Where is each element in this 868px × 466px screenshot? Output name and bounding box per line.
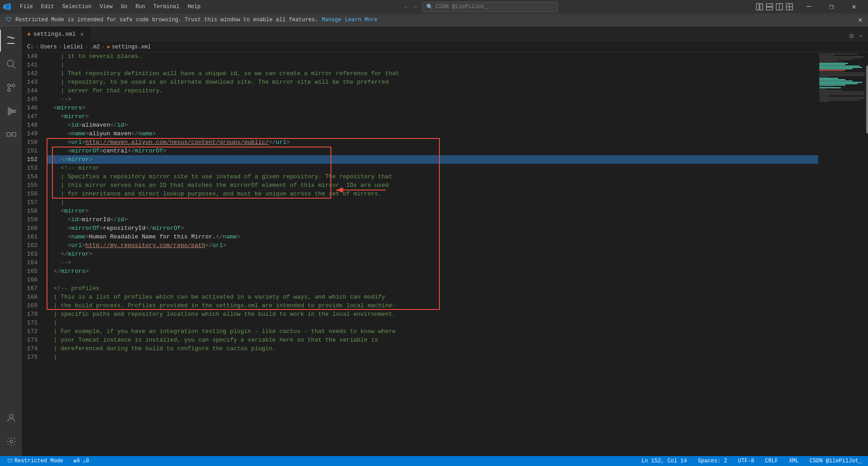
split-editor-icon[interactable]: ⧉ — [848, 31, 855, 42]
line-number-174: 174 — [25, 344, 43, 353]
layout-icon-1[interactable] — [756, 3, 763, 10]
menu-help[interactable]: Help — [184, 3, 204, 11]
svg-point-13 — [8, 89, 10, 91]
activity-account[interactable] — [0, 407, 22, 429]
activity-explorer[interactable] — [0, 30, 22, 52]
line-number-156: 156 — [25, 190, 43, 198]
restricted-mode-status-btn[interactable]: 🛡 Restricted Mode — [4, 456, 67, 466]
svg-point-20 — [10, 440, 13, 443]
csdn-text: CSDN @ilePilJot_ — [810, 458, 862, 464]
line-number-145: 145 — [25, 95, 43, 104]
tab-bar: ◈ settings.xml ✕ ⧉ ⋯ — [22, 26, 868, 42]
manage-link[interactable]: Manage — [322, 17, 341, 23]
line-number-158: 158 — [25, 207, 43, 215]
menu-file[interactable]: File — [16, 3, 37, 11]
activity-bottom — [0, 407, 22, 456]
code-line-142: | That repository definition will have a… — [47, 69, 818, 78]
line-number-172: 172 — [25, 327, 43, 336]
line-number-165: 165 — [25, 267, 43, 276]
svg-rect-3 — [766, 7, 773, 10]
tab-settings-xml[interactable]: ◈ settings.xml ✕ — [22, 26, 91, 42]
activity-extensions[interactable] — [0, 124, 22, 146]
code-line-172: | For example, if you have an integratio… — [47, 327, 818, 336]
csdn-label: CSDN @ilePilJot_ — [807, 456, 864, 466]
main-layout: ◈ settings.xml ✕ ⧉ ⋯ C: › Users › Leilei… — [0, 26, 868, 456]
line-ending-item[interactable]: CRLF — [762, 456, 781, 466]
code-line-164: --> — [47, 258, 818, 267]
activity-run[interactable] — [0, 100, 22, 122]
restricted-mode-label: Restricted Mode — [14, 458, 63, 464]
code-line-166 — [47, 276, 818, 284]
code-line-171: | — [47, 319, 818, 327]
line-number-154: 154 — [25, 172, 43, 181]
menu-view[interactable]: View — [96, 3, 116, 11]
code-line-154: | Specifies a repository mirror site to … — [47, 172, 818, 181]
breadcrumb-item-c[interactable]: C: — [27, 44, 33, 50]
code-line-148: <id>alimaven</id> — [47, 121, 818, 129]
activity-bar — [0, 26, 22, 456]
svg-rect-17 — [12, 133, 16, 136]
tab-close-button[interactable]: ✕ — [78, 30, 85, 38]
layout-icon-3[interactable] — [776, 3, 783, 10]
line-number-140: 140 — [25, 52, 43, 61]
minimize-button[interactable]: ─ — [798, 0, 819, 14]
search-box[interactable]: 🔍 CSDN @ilePilJot_ — [422, 2, 558, 12]
search-icon: 🔍 — [426, 4, 433, 10]
breadcrumb-item-users[interactable]: Users — [41, 44, 57, 50]
line-ending-label: CRLF — [765, 458, 778, 464]
code-line-170: | specific paths and repository location… — [47, 310, 818, 319]
code-line-160: <mirrorOf>repositoryId</mirrorOf> — [47, 224, 818, 233]
close-button[interactable]: ✕ — [844, 0, 864, 14]
warning-number: 0 — [86, 458, 89, 464]
code-line-159: <id>mirrorId</id> — [47, 215, 818, 224]
nav-forward-btn[interactable]: → — [411, 2, 419, 12]
svg-line-10 — [13, 66, 15, 68]
activity-settings[interactable] — [0, 431, 22, 452]
line-number-171: 171 — [25, 319, 43, 327]
breadcrumb-item-m2[interactable]: .m2 — [90, 44, 100, 50]
restore-button[interactable]: ❐ — [821, 0, 842, 14]
layout-icon-2[interactable] — [766, 3, 773, 10]
breadcrumb: C: › Users › Leilei › .m2 › ◈ settings.x… — [22, 42, 868, 52]
line-number-147: 147 — [25, 112, 43, 121]
line-number-170: 170 — [25, 310, 43, 319]
code-line-144: | server for that repository. — [47, 86, 818, 95]
learn-more-link[interactable]: Learn More — [345, 17, 377, 23]
line-number-167: 167 — [25, 284, 43, 293]
svg-point-9 — [7, 60, 14, 67]
svg-marker-14 — [8, 107, 14, 115]
layout-icon-4[interactable] — [786, 3, 793, 10]
code-line-155: | this mirror serves has an ID that matc… — [47, 181, 818, 190]
title-bar-left: File Edit Selection View Go Run Terminal… — [4, 3, 204, 11]
banner-close-button[interactable]: ✕ — [858, 15, 863, 24]
activity-source-control[interactable] — [0, 77, 22, 99]
menu-selection[interactable]: Selection — [59, 3, 95, 11]
encoding-item[interactable]: UTF-8 — [735, 456, 757, 466]
line-number-166: 166 — [25, 276, 43, 284]
cursor-position[interactable]: Ln 152, Col 14 — [639, 456, 690, 466]
code-area[interactable]: | it to several places. | | That reposit… — [47, 52, 818, 456]
breadcrumb-item-settings-xml[interactable]: settings.xml — [112, 44, 151, 50]
spaces-label: Spaces: 2 — [698, 458, 727, 464]
more-actions-icon[interactable]: ⋯ — [857, 31, 864, 42]
menu-run[interactable]: Run — [132, 3, 149, 11]
code-line-161: <name>Human Readable Name for this Mirro… — [47, 233, 818, 241]
spaces-item[interactable]: Spaces: 2 — [695, 456, 730, 466]
code-line-173: | your Tomcat instance is installed, you… — [47, 336, 818, 344]
language-item[interactable]: XML — [786, 456, 802, 466]
activity-search[interactable] — [0, 53, 22, 75]
menu-edit[interactable]: Edit — [38, 3, 58, 11]
title-bar: File Edit Selection View Go Run Terminal… — [0, 0, 868, 14]
menu-terminal[interactable]: Terminal — [150, 3, 183, 11]
line-number-149: 149 — [25, 129, 43, 138]
breadcrumb-item-leilei[interactable]: Leilei — [64, 44, 83, 50]
status-right: Ln 152, Col 14 Spaces: 2 UTF-8 CRLF XML … — [639, 456, 864, 466]
code-line-149: <name>aliyun maven</name> — [47, 129, 818, 138]
vscode-logo — [4, 3, 11, 10]
error-count[interactable]: ⊗ 0 ⚠ 0 — [71, 456, 92, 466]
line-number-143: 143 — [25, 78, 43, 86]
menu-go[interactable]: Go — [117, 3, 131, 11]
minimap-slider[interactable] — [866, 66, 868, 133]
nav-back-btn[interactable]: ← — [402, 2, 410, 12]
code-line-174: | dereferenced during the build to confi… — [47, 344, 818, 353]
